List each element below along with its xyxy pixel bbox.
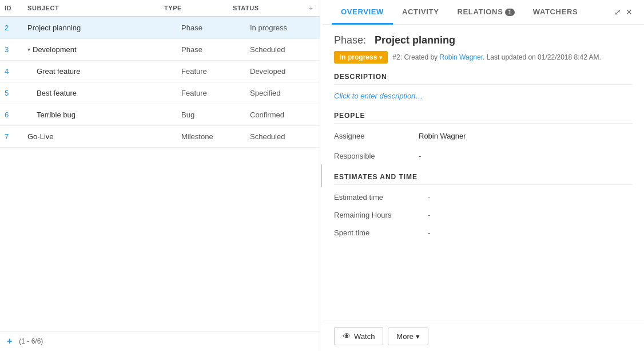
watch-icon: 👁 <box>343 332 351 341</box>
cell-type: Phase <box>177 41 245 58</box>
estimate-value: - <box>428 225 633 240</box>
tabs-bar: OVERVIEWACTIVITYRELATIONS1WATCHERS⤢✕ <box>323 0 644 25</box>
subject-text: Development <box>33 45 77 54</box>
panel-type-label: Phase: <box>334 34 366 46</box>
add-row-button[interactable]: + <box>7 336 12 346</box>
col-id-header: ID <box>0 5 23 11</box>
panel-footer: 👁 Watch More ▾ <box>323 321 644 351</box>
cell-status: Specified <box>245 84 320 102</box>
more-button[interactable]: More ▾ <box>388 328 428 345</box>
people-value: - <box>419 148 633 164</box>
estimate-value: - <box>428 190 633 205</box>
estimates-section-title: ESTIMATES AND TIME <box>334 173 633 185</box>
cell-type: Feature <box>177 62 245 80</box>
table-footer: + (1 - 6/6) <box>0 331 320 351</box>
cell-status: In progress <box>245 19 320 37</box>
cell-status: Confirmed <box>245 106 320 124</box>
table-row[interactable]: 7Go-LiveMilestoneScheduled <box>0 126 320 148</box>
more-dropdown-arrow: ▾ <box>416 332 420 341</box>
cell-subject: Best feature <box>23 84 177 102</box>
cell-type: Feature <box>177 84 245 102</box>
table-header: ID SUBJECT TYPE STATUS + <box>0 0 320 17</box>
panel-divider[interactable] <box>320 0 323 351</box>
cell-status: Scheduled <box>245 41 320 58</box>
estimate-label: Remaining Hours <box>334 207 426 223</box>
people-label: Responsible <box>334 148 414 164</box>
cell-subject: Project planning <box>23 19 177 37</box>
table-row[interactable]: 4Great featureFeatureDeveloped <box>0 61 320 82</box>
chevron-icon: ▾ <box>27 46 30 53</box>
col-type-header: TYPE <box>160 5 228 11</box>
col-status-header: STATUS <box>228 5 303 11</box>
cell-type: Phase <box>177 19 245 37</box>
tab-overview[interactable]: OVERVIEW <box>332 1 393 25</box>
table-row[interactable]: 6Terrible bugBugConfirmed <box>0 104 320 126</box>
col-subject-header: SUBJECT <box>23 5 160 11</box>
tab-relations[interactable]: RELATIONS1 <box>448 1 523 25</box>
table-row[interactable]: 3▾DevelopmentPhaseScheduled <box>0 39 320 61</box>
cell-subject: Great feature <box>23 62 177 80</box>
status-meta: #2: Created by Robin Wagner. Last update… <box>392 53 601 61</box>
cell-id: 2 <box>0 19 23 37</box>
people-value: Robin Wagner <box>419 128 633 144</box>
estimates-grid: Estimated time-Remaining Hours-Spent tim… <box>334 190 633 240</box>
status-badge-text: In progress <box>340 53 377 61</box>
description-section-title: DESCRIPTION <box>334 73 633 85</box>
cell-id: 3 <box>0 41 23 58</box>
cell-type: Milestone <box>177 128 245 145</box>
more-label: More <box>396 332 414 341</box>
expand-icon[interactable]: ⤢ <box>612 5 623 19</box>
cell-status: Developed <box>245 62 320 80</box>
people-label: Assignee <box>334 128 414 144</box>
cell-id: 7 <box>0 128 23 145</box>
watch-button[interactable]: 👁 Watch <box>334 327 383 345</box>
cell-subject: Go-Live <box>23 128 177 145</box>
creator-link[interactable]: Robin Wagner <box>439 53 483 61</box>
close-icon[interactable]: ✕ <box>623 5 635 19</box>
cell-id: 6 <box>0 106 23 124</box>
panel-subject-label: Project planning <box>375 34 455 46</box>
cell-id: 5 <box>0 84 23 102</box>
tab-activity[interactable]: ACTIVITY <box>393 1 448 25</box>
status-badge[interactable]: In progress ▾ <box>334 51 388 64</box>
cell-status: Scheduled <box>245 128 320 145</box>
watch-label: Watch <box>354 332 375 341</box>
panel-content: Phase: Project planning In progress ▾ #2… <box>323 25 644 321</box>
estimate-label: Spent time <box>334 225 426 240</box>
tab-watchers[interactable]: WATCHERS <box>524 1 587 25</box>
people-grid: AssigneeRobin WagnerResponsible- <box>334 128 633 164</box>
status-bar: In progress ▾ #2: Created by Robin Wagne… <box>334 51 633 64</box>
people-section-title: PEOPLE <box>334 112 633 124</box>
cell-id: 4 <box>0 62 23 80</box>
table-row[interactable]: 2Project planningPhaseIn progress <box>0 17 320 39</box>
add-column-button[interactable]: + <box>303 5 320 11</box>
left-panel: ID SUBJECT TYPE STATUS + 2Project planni… <box>0 0 320 351</box>
pagination-info: (1 - 6/6) <box>19 337 43 345</box>
cell-subject: ▾Development <box>23 41 177 58</box>
panel-title: Phase: Project planning <box>334 34 633 46</box>
cell-type: Bug <box>177 106 245 124</box>
tab-badge: 1 <box>505 9 514 16</box>
cell-subject: Terrible bug <box>23 106 177 124</box>
status-dropdown-arrow: ▾ <box>379 54 382 61</box>
table-row[interactable]: 5Best featureFeatureSpecified <box>0 82 320 104</box>
description-placeholder[interactable]: Click to enter description… <box>334 89 633 102</box>
estimate-value: - <box>428 207 633 223</box>
table-body: 2Project planningPhaseIn progress3▾Devel… <box>0 17 320 331</box>
right-panel: OVERVIEWACTIVITYRELATIONS1WATCHERS⤢✕ Pha… <box>323 0 644 351</box>
estimate-label: Estimated time <box>334 190 426 205</box>
